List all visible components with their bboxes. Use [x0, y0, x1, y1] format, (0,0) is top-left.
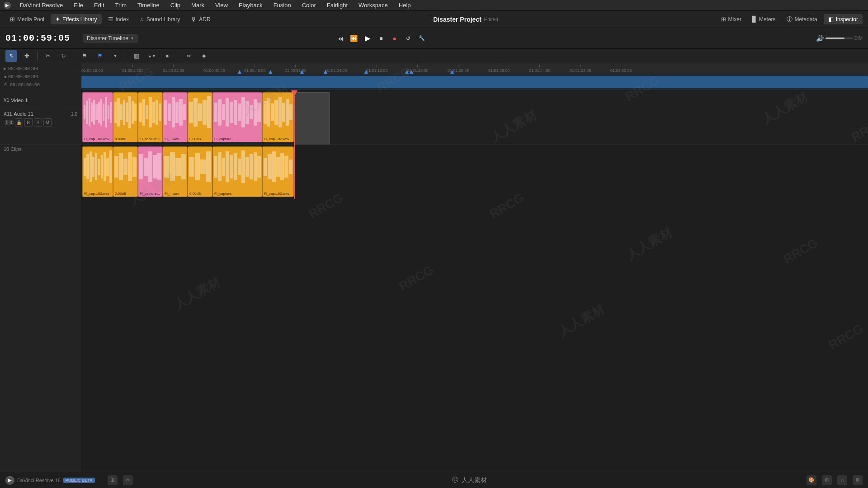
ruler-tick-3: 01:00:40:00	[203, 65, 225, 73]
clip-label-r2-1: Fl_cap...03.wav	[83, 192, 113, 196]
selection-tool-btn[interactable]: ↖	[5, 50, 17, 62]
mixer-panel-btn[interactable]: ⊞ Mixer	[717, 14, 746, 24]
menu-davinci-resolve[interactable]: DaVinci Resolve	[18, 1, 65, 9]
menu-playback[interactable]: Playback	[237, 1, 264, 9]
gear-settings-btn[interactable]: ⚙	[853, 475, 863, 485]
index-panel-btn[interactable]: ☰ Index	[104, 14, 133, 24]
audio-clip-r2-3[interactable]: Fl_capture...	[138, 146, 163, 197]
metadata-panel-btn[interactable]: ⓘ Metadata	[782, 14, 822, 25]
ruler-tick-10: 01:01:36:00	[488, 65, 510, 73]
status-center: © 人人素材	[140, 475, 799, 485]
cut-btn[interactable]: ✂	[123, 475, 133, 485]
clip-label-5: 0.00dB	[188, 137, 212, 141]
in-out-btn[interactable]: ⇔	[183, 50, 194, 62]
waveform-5	[188, 93, 212, 132]
snap-icon-btn[interactable]: ●	[161, 50, 173, 62]
media-pool-btn[interactable]: ⊞	[108, 475, 118, 485]
track-r-btn[interactable]: R	[24, 118, 33, 127]
menu-view[interactable]: View	[213, 1, 230, 9]
volume-icon[interactable]: 🔊	[816, 35, 824, 42]
audio-clip-5[interactable]: 0.00dB	[188, 92, 212, 142]
track-m-btn[interactable]: M	[43, 118, 52, 127]
effects-library-panel-btn[interactable]: ✦ Effects Library	[51, 14, 101, 24]
audio-clip-6[interactable]: Fl_capture...	[212, 92, 262, 142]
view-mode-btn[interactable]: ▥	[131, 50, 142, 62]
record-btn[interactable]: ●	[389, 33, 400, 44]
volume-area: 🔊 DIM	[816, 35, 863, 42]
go-to-start-btn[interactable]: ⏮	[335, 33, 346, 44]
menu-mark[interactable]: Mark	[189, 1, 206, 9]
menu-trim[interactable]: Trim	[113, 1, 129, 9]
audio-clip-7[interactable]: Fl_cap...02.wav	[262, 92, 294, 142]
menu-timeline[interactable]: Timeline	[136, 1, 161, 9]
audio-clip-r2-2[interactable]: 0.00dB	[113, 146, 138, 197]
menu-workspace[interactable]: Workspace	[357, 1, 390, 9]
settings-btn[interactable]: ⚙	[822, 475, 832, 485]
menu-fusion[interactable]: Fusion	[272, 1, 293, 9]
project-name: Disaster Project	[433, 16, 481, 23]
audio-clip-r2-5[interactable]: 0.00dB	[188, 146, 212, 197]
audio-track-name: Audio 11	[14, 111, 33, 117]
video-clip-bar[interactable]	[81, 76, 868, 88]
audio-track-row-2: Fl_cap...03.wav 0.00dB Fl_capture...	[81, 145, 868, 199]
loop-btn[interactable]: ↺	[403, 33, 414, 44]
play-btn[interactable]: ▶	[362, 33, 373, 44]
color-page-btn[interactable]: 🎨	[807, 475, 816, 485]
track-s-btn[interactable]: S	[34, 118, 42, 127]
rewind-btn[interactable]: ⏪	[349, 33, 359, 44]
audio-clip-4[interactable]: Fl_...wav	[163, 92, 188, 142]
effects-library-icon: ✦	[55, 16, 60, 23]
menu-edit[interactable]: Edit	[92, 1, 106, 9]
audio-clip-3[interactable]: Fl_capture...	[138, 92, 163, 142]
adr-panel-btn[interactable]: 🎙 ADR	[186, 14, 215, 24]
menu-clip[interactable]: Clip	[169, 1, 182, 9]
waveform-2	[113, 93, 137, 132]
track-lock-btn[interactable]: 🔒	[15, 118, 23, 127]
meters-label: Meters	[759, 16, 776, 23]
video-track-header: V1 Video 1	[0, 92, 81, 108]
watermark-rrcg-8: RRCG	[397, 263, 436, 294]
menu-fairlight[interactable]: Fairlight	[325, 1, 349, 9]
clip-label-r2-6: Fl_capture...	[213, 192, 262, 196]
inspector-panel-btn[interactable]: ◧ Inspector	[824, 14, 863, 24]
media-pool-panel-btn[interactable]: ⊞ Media Pool	[5, 14, 49, 24]
color-flag-btn[interactable]: ⚑	[94, 50, 106, 62]
menu-help[interactable]: Help	[397, 1, 413, 9]
clip-label-3: Fl_capture...	[138, 137, 162, 141]
razor-tool-btn[interactable]: ✂	[42, 50, 54, 62]
timecode-display: 01:00:59:05	[5, 33, 78, 43]
timeline-tracks[interactable]: 01:00:16:00 01:00:24:00 01:00:32:00 01:0…	[81, 63, 868, 472]
sound-library-icon: ♫	[140, 16, 144, 23]
view-toggle-btn[interactable]: ▲▼	[146, 50, 158, 62]
tool-separator-2	[74, 52, 74, 61]
sound-library-panel-btn[interactable]: ♫ Sound Library	[135, 14, 184, 24]
video-track-id: V1	[4, 98, 9, 103]
meters-panel-btn[interactable]: ▊ Meters	[748, 14, 780, 24]
flag-tool-btn[interactable]: ⚑	[79, 50, 90, 62]
volume-fill	[826, 38, 844, 39]
home-btn[interactable]: ⌂	[837, 475, 847, 485]
audio-clip-r2-1[interactable]: Fl_cap...03.wav	[82, 146, 113, 197]
media-pool-icon: ⊞	[10, 16, 15, 23]
audio-clip-r2-4[interactable]: Fl_...wav	[163, 146, 188, 197]
audio-clip-r2-7[interactable]: Fl_cap...02.wav	[262, 146, 294, 197]
menu-color[interactable]: Color	[300, 1, 318, 9]
marker-btn[interactable]: ◆	[198, 50, 210, 62]
trim-tool-btn[interactable]: ✚	[21, 50, 33, 62]
waveform-r2-6	[213, 147, 262, 187]
menu-file[interactable]: File	[72, 1, 85, 9]
effects-library-label: Effects Library	[62, 16, 97, 23]
audio-clip-r2-6[interactable]: Fl_capture...	[212, 146, 262, 197]
snap-btn[interactable]: 🔧	[416, 33, 427, 44]
sound-library-label: Sound Library	[146, 16, 180, 23]
audio-clip-2[interactable]: 0.00dB	[113, 92, 138, 142]
waveform-r2-2	[113, 147, 137, 187]
audio-clip-1[interactable]: Fl_cap...02.wav	[82, 92, 113, 142]
ruler-marker-1	[269, 70, 272, 74]
volume-slider[interactable]	[826, 38, 853, 39]
flag-dropdown-btn[interactable]: ▼	[109, 50, 121, 62]
app-logo-icon: ▶	[4, 2, 11, 9]
stop-btn[interactable]: ■	[376, 33, 387, 44]
speed-tool-btn[interactable]: ↻	[57, 50, 69, 62]
timeline-name-selector[interactable]: Disaster Timeline ▼	[83, 34, 138, 43]
